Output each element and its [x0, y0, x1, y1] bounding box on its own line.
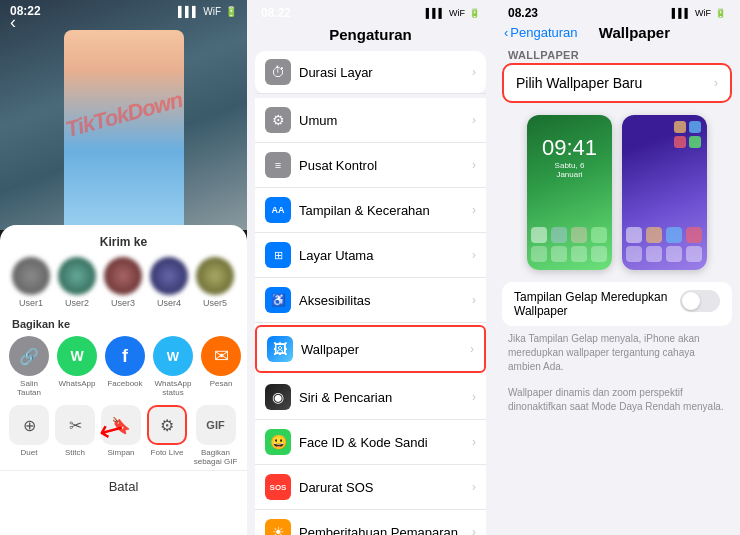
new-wallpaper-label: Pilih Wallpaper Baru — [516, 75, 642, 91]
home-icons — [626, 227, 703, 262]
cancel-button[interactable]: Batal — [0, 470, 247, 502]
wallpaper-preview: 09:41 Sabtu, 6 Januari — [494, 103, 740, 282]
umum-chevron: › — [472, 113, 476, 127]
home-icon-4 — [686, 227, 702, 243]
wallpaper-section-label: WALLPAPER — [494, 45, 740, 63]
panel-tiktok: TikTokDown 08:22 ▌▌▌ WiF 🔋 ‹ Kirim ke Us… — [0, 0, 247, 535]
app-name-salin: Salin Tautan — [8, 379, 50, 397]
notif-icon: ☀ — [265, 519, 291, 535]
tool-duet[interactable]: ⊕ Duet — [8, 405, 50, 466]
toggle-switch[interactable] — [680, 290, 720, 312]
avatar-img-2 — [58, 257, 96, 295]
avatar-5[interactable]: User5 — [196, 257, 234, 308]
apps-row: 🔗 Salin Tautan W WhatsApp f Facebook W W… — [0, 334, 247, 399]
durasi-item[interactable]: ⏱ Durasi Layar › — [255, 51, 486, 94]
avatar-name-1: User1 — [19, 298, 43, 308]
lock-icon-6 — [551, 246, 567, 262]
notif-label: Pemberitahuan Pemaparan — [299, 525, 472, 536]
settings-umum[interactable]: ⚙ Umum › — [255, 98, 486, 143]
new-wallpaper-button[interactable]: Pilih Wallpaper Baru › — [502, 63, 732, 103]
tool-icon-stitch: ✂ — [55, 405, 95, 445]
lock-icon-5 — [531, 246, 547, 262]
settings-wallpaper[interactable]: 🖼 Wallpaper › — [255, 325, 486, 373]
lock-icon-2 — [551, 227, 567, 243]
lock-icons — [531, 227, 608, 262]
settings-sos[interactable]: SOS Darurat SOS › — [255, 465, 486, 510]
avatar-3[interactable]: User3 — [104, 257, 142, 308]
tampilan-chevron: › — [472, 203, 476, 217]
layar-chevron: › — [472, 248, 476, 262]
home-icon-c — [674, 136, 686, 148]
wallpaper-desc-1: Jika Tampilan Gelap menyala, iPhone akan… — [494, 326, 740, 380]
pusat-label: Pusat Kontrol — [299, 158, 472, 173]
lock-icon-4 — [591, 227, 607, 243]
toggle-row: Tampilan Gelap Meredupkan Wallpaper — [502, 282, 732, 326]
app-icon-salin: 🔗 — [9, 336, 49, 376]
panel-settings: 08.22 ▌▌▌ WiF 🔋 Pengaturan ⏱ Durasi Laya… — [247, 0, 494, 535]
share-sheet: Kirim ke User1 User2 User3 User4 User — [0, 225, 247, 535]
settings-siri[interactable]: ◉ Siri & Pencarian › — [255, 375, 486, 420]
signal-icon: ▌▌▌ — [178, 6, 199, 17]
panel-wallpaper: 08.23 ▌▌▌ WiF 🔋 ‹ Pengaturan Wallpaper W… — [494, 0, 740, 535]
settings-title: Pengaturan — [247, 22, 494, 47]
home-icon-8 — [686, 246, 702, 262]
pusat-icon: ≡ — [265, 152, 291, 178]
settings-tampilan[interactable]: AA Tampilan & Kecerahan › — [255, 188, 486, 233]
signal-icon-3: ▌▌▌ — [672, 8, 691, 18]
back-button-1[interactable]: ‹ — [10, 12, 16, 33]
wallpaper-nav: ‹ Pengaturan Wallpaper — [494, 22, 740, 45]
avatar-name-2: User2 — [65, 298, 89, 308]
home-top-icons — [674, 121, 701, 148]
avatar-img-1 — [12, 257, 50, 295]
settings-faceid[interactable]: 😀 Face ID & Kode Sandi › — [255, 420, 486, 465]
durasi-icon: ⏱ — [265, 59, 291, 85]
app-icon-facebook: f — [105, 336, 145, 376]
tool-foto-live[interactable]: ⚙ Foto Live — [146, 405, 188, 466]
avatar-2[interactable]: User2 — [58, 257, 96, 308]
pusat-chevron: › — [472, 158, 476, 172]
lock-icon-7 — [571, 246, 587, 262]
battery-icon-3: 🔋 — [715, 8, 726, 18]
umum-label: Umum — [299, 113, 472, 128]
home-icon-6 — [646, 246, 662, 262]
wifi-icon: WiF — [203, 6, 221, 17]
app-whatsapp[interactable]: W WhatsApp — [56, 336, 98, 397]
lockscreen-preview[interactable]: 09:41 Sabtu, 6 Januari — [527, 115, 612, 270]
tool-icon-duet: ⊕ — [9, 405, 49, 445]
wallpaper-desc-2: Wallpaper dinamis dan zoom perspektif di… — [494, 380, 740, 420]
home-icon-5 — [626, 246, 642, 262]
lock-time: 09:41 Sabtu, 6 Januari — [542, 135, 597, 179]
lock-icon-3 — [571, 227, 587, 243]
app-salin[interactable]: 🔗 Salin Tautan — [8, 336, 50, 397]
notif-chevron: › — [472, 525, 476, 535]
settings-pusat-kontrol[interactable]: ≡ Pusat Kontrol › — [255, 143, 486, 188]
avatar-name-5: User5 — [203, 298, 227, 308]
status-bar-2: 08.22 ▌▌▌ WiF 🔋 — [247, 0, 494, 22]
app-icon-whatsapp: W — [57, 336, 97, 376]
tool-gif[interactable]: GIF Bagikan sebagai GIF — [192, 405, 239, 466]
homescreen-preview[interactable] — [622, 115, 707, 270]
toggle-label: Tampilan Gelap Meredupkan Wallpaper — [514, 290, 672, 318]
home-icon-3 — [666, 227, 682, 243]
avatar-img-5 — [196, 257, 234, 295]
app-wa-status[interactable]: W WhatsApp status — [152, 336, 194, 397]
app-pesan[interactable]: ✉ Pesan — [200, 336, 242, 397]
settings-notif[interactable]: ☀ Pemberitahuan Pemaparan › — [255, 510, 486, 535]
wifi-icon-2: WiF — [449, 8, 465, 18]
back-label: Pengaturan — [510, 25, 577, 40]
avatar-1[interactable]: User1 — [12, 257, 50, 308]
home-icon-7 — [666, 246, 682, 262]
settings-aksesibilitas[interactable]: ♿ Aksesibilitas › — [255, 278, 486, 323]
avatar-4[interactable]: User4 — [150, 257, 188, 308]
back-button-3[interactable]: ‹ Pengaturan — [504, 25, 578, 40]
settings-layar[interactable]: ⊞ Layar Utama › — [255, 233, 486, 278]
durasi-row[interactable]: ⏱ Durasi Layar › — [255, 51, 486, 94]
tool-stitch[interactable]: ✂ Stitch — [54, 405, 96, 466]
kirim-label: Kirim ke — [0, 225, 247, 253]
sos-icon: SOS — [265, 474, 291, 500]
umum-icon: ⚙ — [265, 107, 291, 133]
tool-name-gif: Bagikan sebagai GIF — [192, 448, 239, 466]
app-facebook[interactable]: f Facebook — [104, 336, 146, 397]
app-icon-wa-status: W — [153, 336, 193, 376]
video-preview: TikTokDown 08:22 ▌▌▌ WiF 🔋 ‹ — [0, 0, 247, 230]
